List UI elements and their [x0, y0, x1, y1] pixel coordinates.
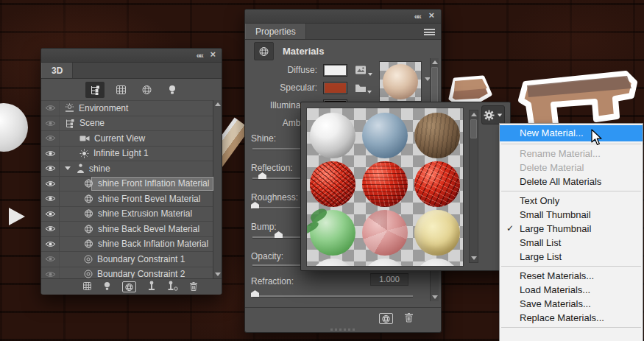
material-swatch-red-mesh-1[interactable]: [310, 161, 355, 207]
scroll-down-icon[interactable]: [432, 295, 438, 299]
picker-menu-button[interactable]: [481, 105, 505, 124]
scene-row-back-bevel-material[interactable]: shine Back Bevel Material: [41, 222, 213, 237]
specular-color-swatch[interactable]: [323, 82, 347, 94]
pin-tool-icon[interactable]: [147, 281, 156, 294]
3d-panel-tabbar: 3D: [41, 63, 222, 79]
scene-filter-icon[interactable]: [85, 82, 105, 98]
roughness-slider-thumb[interactable]: [251, 202, 259, 208]
panel-menu-icon[interactable]: [424, 29, 435, 35]
material-swatch-white-glossy[interactable]: [310, 113, 355, 158]
scroll-up-icon[interactable]: [471, 113, 477, 116]
visibility-eye-icon[interactable]: [41, 222, 60, 236]
tab-properties[interactable]: Properties: [245, 24, 306, 39]
collapse-expander-icon[interactable]: [65, 166, 71, 170]
trash-icon[interactable]: [404, 312, 414, 326]
material-preview-thumbnail[interactable]: [379, 61, 422, 102]
material-swatch-amber-glass[interactable]: [414, 210, 460, 256]
texture-image-icon[interactable]: [355, 65, 367, 75]
material-sphere-tool-icon[interactable]: [379, 313, 393, 324]
visibility-eye-icon[interactable]: [41, 237, 60, 252]
visibility-eye-icon[interactable]: [41, 131, 60, 146]
materials-title: Materials: [283, 46, 324, 57]
mesh-filter-icon[interactable]: [111, 82, 130, 98]
close-panel-icon[interactable]: ×: [428, 10, 434, 21]
material-swatch-grid: [306, 108, 464, 267]
scene-row-front-bevel-material[interactable]: shine Front Bevel Material: [41, 191, 213, 207]
scene-row-infinite-light[interactable]: Infinite Light 1: [41, 147, 213, 162]
menu-item-reset-materials[interactable]: Reset Materials...: [500, 269, 643, 283]
menu-item-delete-material[interactable]: Delete Material: [500, 161, 643, 175]
visibility-eye-icon[interactable]: [41, 252, 60, 267]
material-filter-icon[interactable]: [137, 82, 156, 98]
menu-item-replace-materials[interactable]: Replace Materials...: [500, 311, 643, 325]
menu-item-delete-all-materials[interactable]: Delete All Materials: [500, 175, 643, 189]
reflection-slider-thumb[interactable]: [258, 172, 266, 179]
bump-slider-thumb[interactable]: [275, 231, 283, 238]
bump-label: Bump:: [251, 222, 277, 232]
scrollbar-thumb[interactable]: [470, 119, 477, 138]
material-icon: [84, 209, 93, 218]
pin-alt-tool-icon[interactable]: [167, 281, 178, 294]
material-swatch-blue-matte[interactable]: [362, 113, 408, 158]
refraction-slider-thumb[interactable]: [251, 290, 259, 297]
scene-row-extrusion-material[interactable]: shine Extrusion Material: [41, 207, 213, 222]
visibility-eye-icon[interactable]: [41, 191, 60, 206]
scene-row-front-inflation-material[interactable]: shine Front Inflation Material: [41, 177, 213, 192]
collapse-panel-icon[interactable]: ««: [197, 50, 202, 60]
scene-row-shine[interactable]: shine: [41, 161, 213, 177]
scene-row-current-view[interactable]: Current View: [41, 131, 213, 147]
light-filter-icon[interactable]: [163, 82, 182, 98]
scene-row-boundary-constraint-2[interactable]: Boundary Constraint 2: [41, 267, 213, 279]
refraction-slider[interactable]: [252, 295, 413, 297]
visibility-eye-icon[interactable]: [41, 101, 60, 116]
visibility-eye-icon[interactable]: [41, 177, 60, 191]
menu-item-save-materials[interactable]: Save Materials...: [500, 297, 643, 311]
visibility-eye-icon[interactable]: [41, 161, 60, 176]
material-sphere-tool-icon[interactable]: [122, 281, 136, 292]
trash-icon[interactable]: [189, 281, 198, 294]
texture-folder-icon[interactable]: [355, 83, 367, 93]
material-swatch-rough-white-1[interactable]: [310, 259, 355, 267]
scroll-up-icon[interactable]: [432, 60, 438, 64]
material-swatch-rough-white-2[interactable]: [362, 259, 408, 267]
scene-row-environment[interactable]: Environment: [41, 101, 213, 116]
scroll-down-icon[interactable]: [215, 273, 221, 276]
material-swatch-wood-brown[interactable]: [414, 113, 460, 158]
close-panel-icon[interactable]: ×: [210, 49, 216, 60]
menu-item-small-list[interactable]: Small List: [500, 236, 643, 250]
menu-item-load-materials[interactable]: Load Materials...: [500, 283, 643, 297]
scene-row-boundary-constraint-1[interactable]: Boundary Constraint 1: [41, 252, 213, 267]
photoshop-workspace: «« × 3D Environment: [0, 0, 644, 341]
scrollbar-thumb[interactable]: [431, 67, 438, 104]
menu-item-text-only[interactable]: Text Only: [500, 194, 643, 208]
material-swatch-red-mesh-2[interactable]: [362, 161, 408, 207]
menu-item-rename-material[interactable]: Rename Material...: [500, 147, 643, 161]
material-swatch-rose-faceted[interactable]: [362, 210, 408, 256]
menu-item-large-list[interactable]: Large List: [500, 250, 643, 264]
collapse-panel-icon[interactable]: ««: [414, 11, 420, 21]
menu-item-new-material[interactable]: New Material...: [500, 125, 643, 141]
scene-row-back-inflation-material[interactable]: shine Back Inflation Material: [41, 237, 213, 253]
scroll-up-icon[interactable]: [215, 102, 221, 106]
panel-resize-grip[interactable]: [330, 328, 355, 331]
diffuse-color-swatch[interactable]: [323, 64, 347, 77]
visibility-eye-icon[interactable]: [41, 267, 60, 279]
3d-panel-scrollbar[interactable]: [213, 100, 222, 278]
picker-scrollbar[interactable]: [469, 110, 478, 263]
scroll-down-icon[interactable]: [471, 256, 477, 260]
menu-item-large-thumbnail[interactable]: ✓Large Thumbnail: [500, 222, 643, 236]
scene-row-scene[interactable]: Scene: [41, 116, 213, 132]
material-swatch-red-mesh-3[interactable]: [414, 161, 460, 207]
refraction-value-field[interactable]: 1.000: [370, 273, 408, 286]
visibility-eye-icon[interactable]: [41, 207, 60, 222]
material-swatch-green-glass[interactable]: [310, 210, 355, 256]
material-icon: [84, 194, 93, 203]
visibility-eye-icon[interactable]: [41, 116, 60, 131]
tab-3d[interactable]: 3D: [41, 63, 73, 78]
visibility-eye-icon[interactable]: [41, 147, 60, 161]
mesh-tool-icon[interactable]: [82, 281, 92, 294]
material-swatch-rough-white-3[interactable]: [414, 259, 460, 267]
menu-item-small-thumbnail[interactable]: Small Thumbnail: [500, 208, 643, 222]
light-tool-icon[interactable]: [103, 281, 111, 294]
menu-separator: [501, 266, 641, 267]
